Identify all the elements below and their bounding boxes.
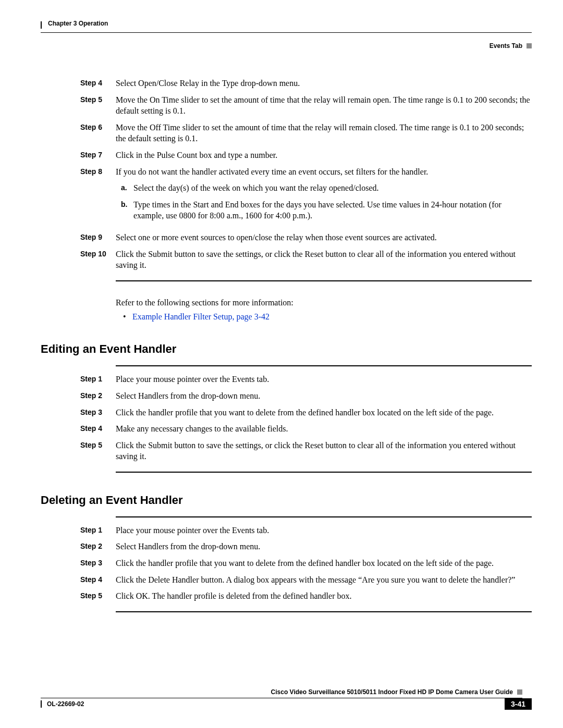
sub-label: a. <box>121 182 133 194</box>
footer-rule <box>41 698 522 698</box>
sub-row: b. Type times in the Start and End boxes… <box>121 199 532 221</box>
step-row: Step 10 Click the Submit button to save … <box>80 249 532 271</box>
bullet-icon: • <box>123 312 132 322</box>
step-text: Click the Delete Handler button. A dialo… <box>116 574 532 586</box>
step-label: Step 10 <box>80 249 116 271</box>
step-row: Step 1 Place your mouse pointer over the… <box>80 525 532 536</box>
step-row: Step 6 Move the Off Time slider to set t… <box>80 122 532 144</box>
step-label: Step 1 <box>80 525 116 536</box>
section-divider <box>116 280 532 281</box>
section-marker-icon <box>527 43 532 48</box>
cross-ref-link[interactable]: Example Handler Filter Setup, page 3-42 <box>132 312 270 322</box>
step-row: Step 5 Click the Submit button to save t… <box>80 440 532 462</box>
step-label: Step 4 <box>80 574 116 586</box>
step-label: Step 8 <box>80 166 116 227</box>
step-text: Click in the Pulse Count box and type a … <box>116 150 532 161</box>
step-label: Step 5 <box>80 94 116 117</box>
section-divider <box>116 516 532 517</box>
step-text: Click the handler profile that you want … <box>116 558 532 569</box>
step-text: Select Open/Close Relay in the Type drop… <box>116 78 532 89</box>
heading-editing: Editing an Event Handler <box>41 342 532 356</box>
step-text: Place your mouse pointer over the Events… <box>116 525 532 536</box>
step-text: Place your mouse pointer over the Events… <box>116 374 532 385</box>
sub-list: a. Select the day(s) of the week on whic… <box>116 182 532 221</box>
section-divider <box>116 611 532 612</box>
page: Chapter 3 Operation Events Tab Step 4 Se… <box>0 0 563 728</box>
steps-group-a: Step 4 Select Open/Close Relay in the Ty… <box>80 78 532 271</box>
step-row: Step 3 Click the handler profile that yo… <box>80 558 532 569</box>
step-text: Move the Off Time slider to set the amou… <box>116 122 532 144</box>
step-row: Step 2 Select Handlers from the drop-dow… <box>80 541 532 552</box>
step-label: Step 5 <box>80 590 116 602</box>
step-text: Make any necessary changes to the availa… <box>116 423 532 435</box>
page-number: 3-41 <box>505 698 532 710</box>
step-label: Step 6 <box>80 122 116 144</box>
step-label: Step 3 <box>80 558 116 569</box>
step-row: Step 4 Make any necessary changes to the… <box>80 423 532 435</box>
step-row: Step 1 Place your mouse pointer over the… <box>80 374 532 385</box>
step-text: Click the handler profile that you want … <box>116 407 532 418</box>
step-label: Step 7 <box>80 150 116 161</box>
step-row: Step 3 Click the handler profile that yo… <box>80 407 532 418</box>
header-rule-marker <box>41 21 42 29</box>
step-label: Step 2 <box>80 390 116 402</box>
page-footer: Cisco Video Surveillance 5010/5011 Indoo… <box>31 688 532 710</box>
step-label: Step 4 <box>80 423 116 435</box>
step-row: Step 7 Click in the Pulse Count box and … <box>80 150 532 161</box>
step-text: Select one or more event sources to open… <box>116 232 532 243</box>
step-text: Click the Submit button to save the sett… <box>116 249 532 271</box>
step-text: Select Handlers from the drop-down menu. <box>116 541 532 552</box>
step-row: Step 8 If you do not want the handler ac… <box>80 166 532 227</box>
step-body-with-subs: If you do not want the handler activated… <box>116 166 532 227</box>
step-row: Step 5 Click OK. The handler profile is … <box>80 590 532 602</box>
step-row: Step 2 Select Handlers from the drop-dow… <box>80 390 532 402</box>
section-divider <box>116 472 532 473</box>
step-label: Step 3 <box>80 407 116 418</box>
footer-marker-icon <box>517 689 522 695</box>
step-row: Step 4 Click the Delete Handler button. … <box>80 574 532 586</box>
sub-text: Type times in the Start and End boxes fo… <box>133 199 532 221</box>
footer-doc-id: OL-22669-02 <box>47 700 84 708</box>
step-text: Select Handlers from the drop-down menu. <box>116 390 532 402</box>
step-label: Step 4 <box>80 78 116 89</box>
step-row: Step 9 Select one or more event sources … <box>80 232 532 243</box>
main-content: Step 4 Select Open/Close Relay in the Ty… <box>31 78 532 612</box>
footer-doc-title: Cisco Video Surveillance 5010/5011 Indoo… <box>271 688 513 696</box>
heading-deleting: Deleting an Event Handler <box>41 493 532 507</box>
sub-text: Select the day(s) of the week on which y… <box>133 182 532 194</box>
step-row: Step 4 Select Open/Close Relay in the Ty… <box>80 78 532 89</box>
step-label: Step 2 <box>80 541 116 552</box>
steps-group-c: Step 1 Place your mouse pointer over the… <box>80 525 532 602</box>
section-label: Events Tab <box>489 42 522 50</box>
step-text: If you do not want the handler activated… <box>116 167 428 176</box>
footer-rule-marker <box>41 700 42 708</box>
step-label: Step 9 <box>80 232 116 243</box>
step-text: Click OK. The handler profile is deleted… <box>116 590 532 602</box>
chapter-label: Chapter 3 Operation <box>48 20 108 27</box>
bullet-row: • Example Handler Filter Setup, page 3-4… <box>123 312 532 322</box>
step-text: Click the Submit button to save the sett… <box>116 440 532 462</box>
step-text: Move the On Time slider to set the amoun… <box>116 94 532 117</box>
section-divider <box>116 365 532 366</box>
page-header: Chapter 3 Operation <box>41 18 532 31</box>
step-row: Step 5 Move the On Time slider to set th… <box>80 94 532 117</box>
sub-row: a. Select the day(s) of the week on whic… <box>121 182 532 194</box>
refer-paragraph: Refer to the following sections for more… <box>116 297 532 309</box>
sub-label: b. <box>121 199 133 221</box>
step-label: Step 5 <box>80 440 116 462</box>
step-label: Step 1 <box>80 374 116 385</box>
steps-group-b: Step 1 Place your mouse pointer over the… <box>80 374 532 462</box>
